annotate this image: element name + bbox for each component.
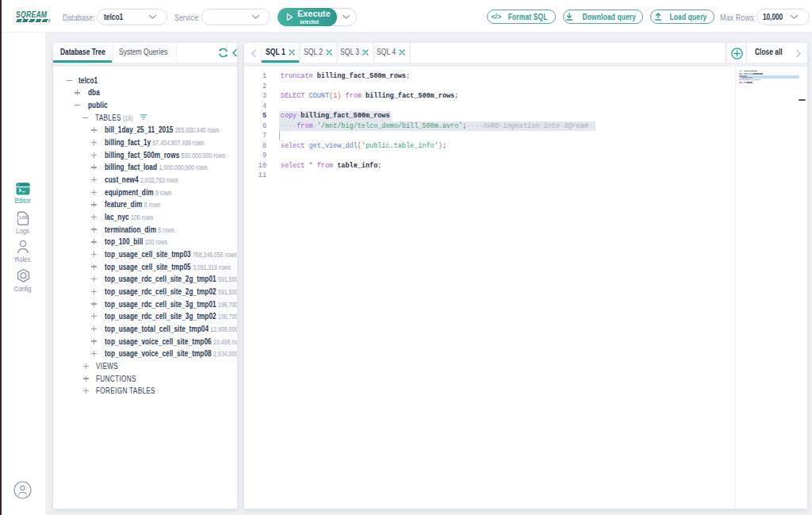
svg-text:LOG: LOG bbox=[20, 215, 29, 220]
